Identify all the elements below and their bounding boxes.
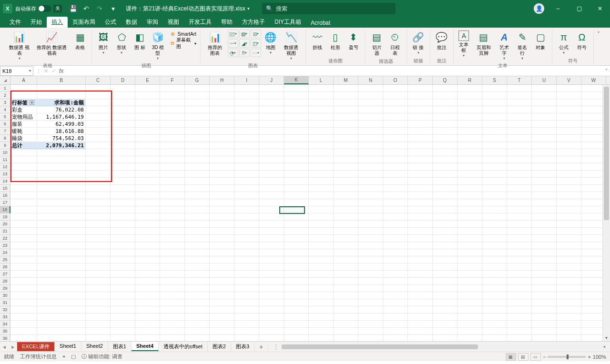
cell[interactable] [507,206,532,213]
col-header-P[interactable]: P [408,76,433,84]
cell[interactable] [532,113,557,121]
cell[interactable] [383,285,408,292]
cell[interactable] [334,328,358,335]
cell[interactable] [185,292,210,299]
cell[interactable] [111,271,135,278]
cell[interactable] [210,256,234,263]
cell[interactable] [557,335,581,341]
icons-button[interactable]: ◧图 标 [131,30,148,51]
cell[interactable] [383,199,408,206]
cell[interactable] [507,171,532,178]
cell[interactable] [358,149,383,156]
cell[interactable] [160,285,185,292]
cell[interactable] [482,185,507,192]
cell[interactable] [482,313,507,321]
sheet-nav-next[interactable]: ▸ [9,342,17,352]
cell[interactable] [10,221,37,228]
cell[interactable] [210,92,234,99]
cell[interactable] [557,156,581,163]
cell[interactable] [334,171,358,178]
cell[interactable] [433,321,458,328]
cell[interactable] [557,263,581,271]
cell[interactable] [309,299,334,306]
cell[interactable] [309,256,334,263]
cell[interactable] [532,306,557,313]
cell[interactable] [234,313,259,321]
col-header-B[interactable]: B [37,76,86,84]
formula-expand-icon[interactable]: ˅ [602,67,610,75]
cell[interactable] [111,292,135,299]
cell[interactable] [160,121,185,128]
cell[interactable] [433,278,458,285]
row-header[interactable]: 32 [0,306,10,313]
cell[interactable] [557,85,581,92]
cell[interactable] [334,128,358,135]
cell[interactable] [433,178,458,185]
cell[interactable] [334,313,358,321]
zoom-slider[interactable] [548,356,586,358]
cell[interactable] [334,263,358,271]
combo-chart-icon[interactable]: ◫▾ [251,39,261,48]
cell[interactable] [358,206,383,213]
cell[interactable] [10,256,37,263]
cell[interactable] [458,335,482,341]
cell[interactable] [383,121,408,128]
cell[interactable] [135,178,160,185]
cell[interactable] [160,171,185,178]
cell[interactable] [259,85,284,92]
cell[interactable] [458,321,482,328]
cell[interactable] [557,149,581,156]
cell[interactable] [284,263,309,271]
cell[interactable] [10,292,37,299]
cell[interactable] [10,235,37,242]
cell[interactable] [210,221,234,228]
cell[interactable] [111,328,135,335]
cell[interactable] [37,256,86,263]
cell[interactable] [259,256,284,263]
cell[interactable]: 求和项:金额 [37,99,86,106]
cell[interactable] [408,199,433,206]
cell[interactable] [309,92,334,99]
add-sheet-button[interactable]: + [254,343,268,351]
cell[interactable] [111,99,135,106]
cell[interactable] [507,321,532,328]
cell[interactable] [383,213,408,221]
cell[interactable] [334,271,358,278]
cell[interactable] [482,328,507,335]
cell[interactable] [557,249,581,256]
cell[interactable] [383,178,408,185]
cell[interactable] [408,171,433,178]
cell[interactable] [259,235,284,242]
cell[interactable] [135,113,160,121]
view-normal-icon[interactable]: ▦ [506,353,516,361]
cell[interactable] [259,313,284,321]
sheet-tab[interactable]: Sheet4 [132,342,159,351]
cell[interactable] [259,128,284,135]
cell[interactable] [259,285,284,292]
signature-button[interactable]: ✎签名行▾ [514,30,531,61]
cell[interactable] [383,263,408,271]
cell[interactable] [309,192,334,199]
cell[interactable] [557,278,581,285]
screenshot-button[interactable]: ⧉屏幕截图▾ [168,39,197,48]
cell[interactable] [433,121,458,128]
cell[interactable] [160,256,185,263]
cell[interactable] [383,242,408,249]
cell[interactable] [482,206,507,213]
cell[interactable] [358,113,383,121]
cell[interactable] [37,306,86,313]
cell[interactable] [284,235,309,242]
col-header-T[interactable]: T [507,76,532,84]
cell[interactable] [309,171,334,178]
row-header[interactable]: 15 [0,185,10,192]
cell[interactable] [10,149,37,156]
zoom-out-icon[interactable]: − [543,354,546,360]
cell[interactable] [284,199,309,206]
cell[interactable] [507,199,532,206]
cell[interactable] [309,213,334,221]
cell[interactable] [507,213,532,221]
cell[interactable] [408,228,433,235]
cell[interactable] [458,171,482,178]
cell[interactable] [383,306,408,313]
cell[interactable] [408,299,433,306]
